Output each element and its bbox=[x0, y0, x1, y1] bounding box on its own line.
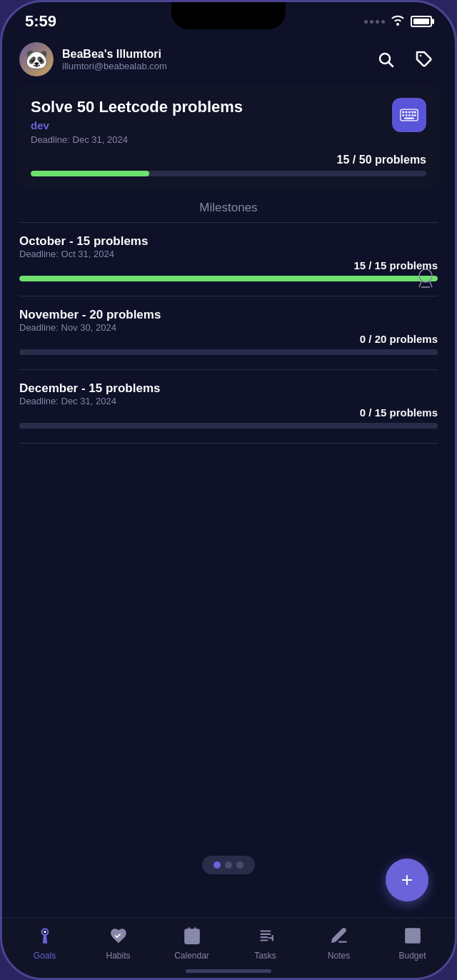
nav-item-habits[interactable]: Habits bbox=[94, 926, 144, 961]
milestone-item[interactable]: November - 20 problems Deadline: Nov 30,… bbox=[19, 308, 438, 355]
status-bar: 5:59 bbox=[2, 2, 455, 36]
scroll-indicator bbox=[202, 856, 255, 874]
milestone-divider-3 bbox=[19, 443, 438, 444]
svg-point-15 bbox=[419, 269, 432, 282]
milestones-title: Milestones bbox=[19, 201, 438, 215]
home-bar bbox=[186, 969, 271, 973]
milestone-progress-bar bbox=[19, 349, 438, 355]
goal-card: Solve 50 Leetcode problems dev Deadline:… bbox=[16, 85, 441, 189]
goal-progress-bar bbox=[31, 171, 426, 176]
milestone-progress-bar bbox=[19, 276, 438, 281]
svg-rect-17 bbox=[185, 929, 199, 944]
keyboard-button[interactable] bbox=[392, 98, 426, 132]
milestones-divider bbox=[19, 222, 438, 223]
scroll-dot-inactive-2 bbox=[236, 861, 243, 869]
search-button[interactable] bbox=[372, 46, 399, 73]
goals-label: Goals bbox=[34, 951, 56, 961]
tasks-icon bbox=[256, 926, 275, 948]
header: BeaBea's Illumtori illumtori@beabealab.c… bbox=[2, 36, 455, 85]
nav-item-budget[interactable]: Budget bbox=[388, 926, 438, 961]
milestone-badge-icon bbox=[416, 267, 435, 293]
milestone-item[interactable]: October - 15 problems Deadline: Oct 31, … bbox=[19, 234, 438, 281]
nav-item-notes[interactable]: Notes bbox=[314, 926, 364, 961]
goal-progress-fill bbox=[31, 171, 149, 176]
milestone-progress-fill bbox=[19, 276, 438, 281]
battery-icon bbox=[411, 16, 432, 27]
milestone-name: October - 15 problems bbox=[19, 234, 438, 249]
phone-frame: 5:59 bbox=[0, 0, 457, 980]
safe-area-bottom bbox=[2, 964, 455, 978]
milestone-divider-1 bbox=[19, 296, 438, 296]
scroll-dots bbox=[202, 856, 255, 874]
milestone-deadline: Deadline: Dec 31, 2024 bbox=[19, 396, 438, 406]
nav-item-goals[interactable]: Goals bbox=[20, 926, 70, 961]
avatar bbox=[19, 42, 54, 76]
user-name: BeaBea's Illumtori bbox=[62, 48, 372, 61]
svg-point-16 bbox=[44, 931, 46, 933]
milestone-count: 15 / 15 problems bbox=[19, 259, 438, 271]
notch bbox=[171, 2, 286, 29]
goals-icon bbox=[36, 926, 54, 948]
svg-rect-7 bbox=[411, 111, 413, 114]
goal-title: Solve 50 Leetcode problems bbox=[31, 98, 426, 116]
tag-button[interactable] bbox=[411, 46, 438, 73]
user-email: illumtori@beabealab.com bbox=[62, 61, 372, 71]
svg-rect-9 bbox=[402, 114, 404, 116]
notes-label: Notes bbox=[328, 951, 350, 961]
notes-icon bbox=[330, 926, 348, 948]
svg-rect-11 bbox=[408, 114, 411, 116]
goal-tag: dev bbox=[31, 119, 426, 131]
goal-progress-label: 15 / 50 problems bbox=[31, 154, 426, 166]
calendar-label: Calendar bbox=[174, 951, 209, 961]
nav-item-tasks[interactable]: Tasks bbox=[241, 926, 291, 961]
milestones-section: Milestones October - 15 problems Deadlin… bbox=[16, 201, 441, 512]
tasks-label: Tasks bbox=[254, 951, 276, 961]
svg-rect-6 bbox=[408, 111, 411, 114]
header-info: BeaBea's Illumtori illumtori@beabealab.c… bbox=[62, 48, 372, 71]
budget-icon bbox=[403, 926, 422, 948]
goal-deadline: Deadline: Dec 31, 2024 bbox=[31, 134, 426, 145]
milestone-count: 0 / 15 problems bbox=[19, 406, 438, 419]
milestone-deadline: Deadline: Nov 30, 2024 bbox=[19, 322, 438, 333]
wifi-icon bbox=[391, 14, 405, 29]
fab-add-button[interactable]: + bbox=[386, 859, 428, 901]
habits-icon bbox=[109, 926, 128, 948]
milestone-name: December - 15 problems bbox=[19, 381, 438, 396]
svg-rect-5 bbox=[406, 111, 408, 114]
header-actions bbox=[372, 46, 438, 73]
phone-screen: 5:59 bbox=[2, 2, 455, 978]
calendar-icon bbox=[183, 926, 201, 948]
fab-plus-icon: + bbox=[401, 869, 413, 891]
svg-rect-4 bbox=[402, 111, 404, 114]
scroll-dot-inactive-1 bbox=[225, 861, 232, 869]
svg-rect-14 bbox=[404, 117, 414, 119]
svg-rect-10 bbox=[406, 114, 408, 116]
milestone-divider-2 bbox=[19, 369, 438, 370]
status-icons bbox=[364, 14, 432, 29]
svg-rect-13 bbox=[414, 114, 416, 116]
milestone-count: 0 / 20 problems bbox=[19, 333, 438, 345]
milestone-deadline: Deadline: Oct 31, 2024 bbox=[19, 249, 438, 259]
main-content[interactable]: Solve 50 Leetcode problems dev Deadline:… bbox=[2, 85, 455, 917]
svg-line-1 bbox=[389, 63, 393, 67]
avatar-image bbox=[19, 42, 54, 76]
milestone-progress-bar bbox=[19, 423, 438, 429]
milestone-item[interactable]: December - 15 problems Deadline: Dec 31,… bbox=[19, 381, 438, 429]
habits-label: Habits bbox=[106, 951, 130, 961]
signal-dots-icon bbox=[364, 20, 385, 24]
svg-rect-12 bbox=[411, 114, 413, 116]
scroll-dot-active bbox=[214, 861, 221, 869]
status-time: 5:59 bbox=[25, 12, 56, 31]
milestone-name: November - 20 problems bbox=[19, 308, 438, 322]
svg-rect-8 bbox=[414, 111, 416, 114]
content-spacer bbox=[19, 455, 438, 512]
budget-label: Budget bbox=[398, 951, 426, 961]
bottom-nav: Goals Habits bbox=[2, 917, 455, 964]
nav-item-calendar[interactable]: Calendar bbox=[167, 926, 217, 961]
